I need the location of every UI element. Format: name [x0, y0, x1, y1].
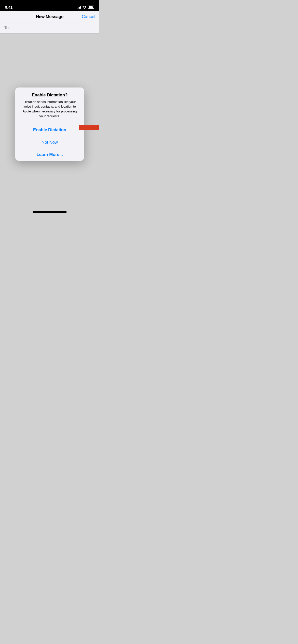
cancel-button[interactable]: Cancel	[82, 14, 95, 19]
home-indicator	[33, 211, 67, 213]
alert-title: Enable Dictation?	[19, 93, 80, 98]
not-now-button[interactable]: Not Now	[15, 136, 84, 149]
dialog-overlay: Enable Dictation? Dictation sends inform…	[0, 34, 99, 215]
dialog-position: Enable Dictation? Dictation sends inform…	[15, 87, 84, 161]
svg-marker-0	[94, 121, 99, 134]
battery-icon	[88, 6, 94, 9]
to-label: To:	[4, 25, 10, 31]
signal-icon	[77, 6, 81, 9]
battery-fill	[89, 6, 93, 8]
to-field[interactable]: To:	[0, 22, 99, 34]
status-icons	[77, 6, 94, 9]
main-content: New Message Cancel To: Enable Dictation?…	[0, 11, 99, 215]
nav-bar: New Message Cancel	[0, 11, 99, 22]
status-time: 9:41	[5, 5, 12, 9]
alert-content: Enable Dictation? Dictation sends inform…	[15, 87, 84, 124]
learn-more-button[interactable]: Learn More...	[15, 149, 84, 161]
wifi-icon	[82, 6, 86, 9]
alert-message: Dictation sends information like your vo…	[19, 100, 80, 119]
alert-dialog: Enable Dictation? Dictation sends inform…	[15, 87, 84, 161]
status-bar: 9:41	[0, 0, 99, 11]
nav-title: New Message	[36, 14, 63, 19]
message-body: Enable Dictation? Dictation sends inform…	[0, 34, 99, 215]
enable-dictation-button[interactable]: Enable Dictation	[15, 124, 84, 136]
